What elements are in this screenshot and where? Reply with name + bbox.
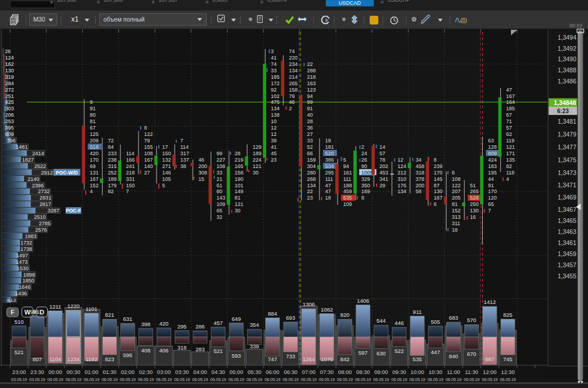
svg-text:06.05.19: 06.05.19 — [156, 377, 172, 382]
svg-text:172: 172 — [271, 81, 280, 86]
svg-text:265: 265 — [289, 81, 298, 86]
svg-text:128: 128 — [488, 144, 497, 150]
svg-text:200: 200 — [416, 183, 425, 188]
svg-text:1530: 1530 — [17, 265, 29, 271]
svg-text:06:30: 06:30 — [284, 369, 297, 375]
svg-text:7: 7 — [126, 188, 129, 194]
svg-text:14: 14 — [380, 144, 385, 150]
svg-text:315: 315 — [108, 163, 117, 169]
svg-text:39: 39 — [271, 138, 277, 144]
svg-text:33: 33 — [271, 68, 277, 74]
svg-text:67: 67 — [90, 125, 96, 131]
svg-text:102: 102 — [271, 93, 280, 99]
svg-text:27: 27 — [144, 170, 150, 176]
svg-text:06.05.19: 06.05.19 — [409, 377, 425, 382]
svg-text:8: 8 — [434, 157, 437, 163]
svg-text:159: 159 — [307, 157, 316, 163]
svg-text:F: F — [11, 309, 15, 316]
svg-text:214: 214 — [289, 74, 298, 80]
svg-text:08:30: 08:30 — [356, 369, 370, 375]
svg-text:9: 9 — [90, 99, 93, 105]
svg-text:134: 134 — [271, 106, 280, 111]
svg-text:2831: 2831 — [40, 195, 51, 201]
svg-text:47: 47 — [325, 183, 331, 188]
svg-text:1406: 1406 — [357, 298, 369, 304]
svg-text:195: 195 — [488, 170, 497, 176]
svg-text:67: 67 — [506, 112, 512, 118]
svg-text:23: 23 — [271, 157, 277, 163]
svg-text:1,3473: 1,3473 — [558, 169, 576, 176]
svg-text:386: 386 — [325, 157, 334, 163]
svg-text:295: 295 — [178, 323, 187, 330]
svg-text:234: 234 — [289, 61, 298, 67]
svg-text:06.05.19: 06.05.19 — [482, 377, 497, 382]
svg-text:121: 121 — [253, 163, 262, 169]
svg-text:813: 813 — [7, 297, 16, 303]
svg-text:534: 534 — [325, 163, 334, 169]
svg-text:06.05.19: 06.05.19 — [192, 377, 208, 382]
svg-text:82: 82 — [506, 163, 512, 169]
svg-text:28: 28 — [307, 118, 313, 124]
svg-text:22: 22 — [307, 61, 313, 67]
svg-text:425: 425 — [5, 99, 14, 105]
svg-text:823: 823 — [105, 356, 114, 362]
svg-text:18: 18 — [452, 227, 458, 233]
svg-text:319: 319 — [5, 74, 14, 80]
svg-text:3: 3 — [271, 48, 274, 54]
svg-text:7: 7 — [180, 138, 183, 144]
svg-text:200: 200 — [199, 163, 207, 169]
svg-text:250: 250 — [470, 201, 479, 207]
svg-text:2: 2 — [361, 144, 364, 150]
svg-text:286: 286 — [196, 323, 205, 330]
svg-text:649: 649 — [232, 316, 241, 322]
svg-text:21: 21 — [217, 176, 222, 182]
svg-text:65: 65 — [217, 208, 222, 214]
svg-text:164: 164 — [506, 99, 515, 105]
svg-text:46: 46 — [199, 157, 204, 163]
svg-text:150: 150 — [162, 151, 171, 156]
svg-text:123: 123 — [307, 87, 316, 93]
svg-text:354: 354 — [250, 321, 259, 328]
svg-text:58: 58 — [416, 188, 422, 194]
svg-text:1,3457: 1,3457 — [558, 261, 576, 268]
svg-text:81: 81 — [452, 201, 458, 207]
svg-text:2510: 2510 — [34, 214, 46, 220]
svg-text:149: 149 — [235, 188, 243, 194]
svg-text:80: 80 — [90, 112, 96, 118]
svg-text:518: 518 — [90, 144, 99, 150]
svg-text:1264: 1264 — [302, 356, 315, 362]
svg-text:06.05.19: 06.05.19 — [174, 377, 190, 382]
svg-text:6: 6 — [434, 201, 437, 207]
svg-text:238: 238 — [108, 157, 117, 163]
svg-text:189: 189 — [253, 151, 262, 156]
svg-text:265: 265 — [470, 188, 479, 194]
svg-text:11:30: 11:30 — [465, 369, 478, 375]
svg-text:283: 283 — [196, 346, 205, 352]
svg-text:122: 122 — [452, 183, 461, 188]
svg-text:1234: 1234 — [67, 356, 79, 362]
svg-text:991: 991 — [30, 309, 40, 315]
svg-text:06.05.19: 06.05.19 — [301, 377, 316, 382]
svg-text:72: 72 — [108, 138, 114, 144]
svg-text:61: 61 — [217, 183, 222, 188]
svg-text:81: 81 — [90, 118, 96, 124]
svg-text:8: 8 — [144, 125, 147, 131]
svg-text:15: 15 — [199, 176, 204, 182]
svg-text:29: 29 — [380, 183, 385, 188]
svg-text:12: 12 — [271, 125, 277, 131]
svg-text:09:00: 09:00 — [374, 369, 388, 375]
svg-text:252: 252 — [108, 170, 117, 176]
svg-text:150: 150 — [126, 183, 135, 188]
svg-text:03.05.19: 03.05.19 — [11, 377, 27, 382]
svg-text:670: 670 — [467, 351, 476, 357]
svg-text:1,3479: 1,3479 — [558, 131, 576, 138]
svg-text:10:00: 10:00 — [410, 369, 424, 375]
svg-text:00:02: 00:02 — [569, 23, 583, 29]
svg-text:2912: 2912 — [41, 170, 53, 176]
svg-text:318: 318 — [178, 344, 187, 351]
svg-text:121: 121 — [506, 144, 515, 150]
svg-text:458: 458 — [416, 163, 425, 169]
svg-text:630: 630 — [377, 350, 386, 356]
svg-text:131: 131 — [90, 170, 99, 176]
svg-text:146: 146 — [162, 170, 171, 176]
